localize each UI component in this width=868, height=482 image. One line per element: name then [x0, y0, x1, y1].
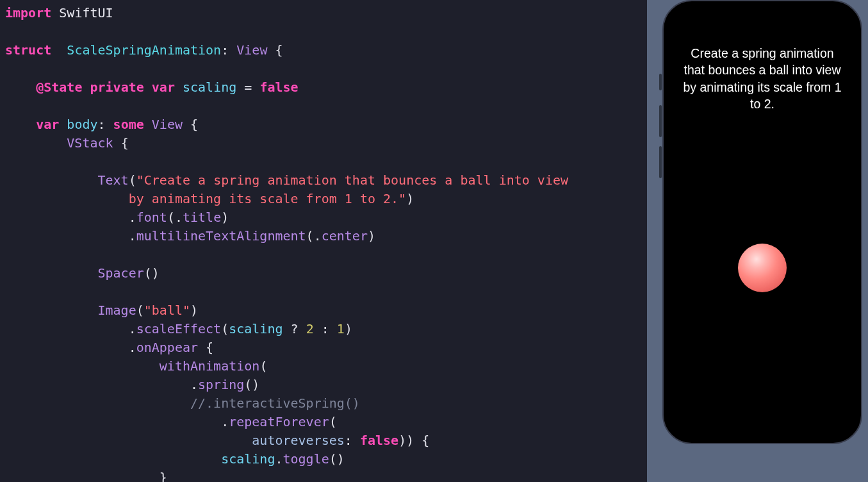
literal-false: false — [259, 79, 298, 95]
expr-scaling: scaling — [221, 451, 275, 467]
phone-simulator[interactable]: Create a spring animation that bounces a… — [662, 0, 862, 444]
module-swiftui: SwiftUI — [59, 5, 113, 21]
preview-ball-area — [664, 112, 861, 443]
type-name: ScaleSpringAnimation — [67, 42, 221, 58]
fn-text: Text — [98, 172, 129, 188]
fn-image: Image — [98, 303, 136, 318]
phone-volume-up-button — [659, 105, 662, 137]
code-editor[interactable]: import SwiftUI struct ScaleSpringAnimati… — [0, 0, 647, 482]
keyword-var: var — [152, 79, 175, 95]
preview-title-text: Create a spring animation that bounces a… — [664, 1, 861, 112]
keyword-import: import — [5, 5, 51, 21]
keyword-private: private — [90, 79, 143, 95]
literal-1: 1 — [337, 321, 345, 337]
mod-on-appear: onAppear — [136, 340, 198, 355]
param-autoreverses: autoreverses — [252, 433, 345, 448]
keyword-var: var — [36, 117, 59, 132]
comment-interactive-spring: //.interactiveSpring() — [190, 395, 360, 411]
enum-title: title — [183, 210, 221, 225]
fn-spacer: Spacer — [98, 265, 144, 281]
type-view: View — [152, 117, 183, 132]
expr-scaling: scaling — [229, 321, 283, 337]
protocol-view: View — [236, 42, 267, 58]
phone-volume-down-button — [659, 146, 662, 178]
fn-spring: spring — [198, 377, 244, 392]
keyword-struct: struct — [5, 42, 51, 58]
prop-body: body — [67, 117, 97, 132]
string-ball: "ball" — [144, 303, 190, 318]
mod-multiline-text-alignment: multilineTextAlignment — [136, 228, 306, 244]
mod-font: font — [136, 210, 167, 225]
string-text-content: "Create a spring animation that bounces … — [5, 172, 568, 206]
keyword-some: some — [113, 117, 144, 132]
ball-image — [738, 244, 787, 292]
literal-2: 2 — [306, 321, 314, 337]
preview-panel: Create a spring animation that bounces a… — [647, 0, 868, 482]
fn-with-animation: withAnimation — [160, 358, 260, 374]
fn-toggle: toggle — [283, 451, 329, 467]
enum-center: center — [322, 228, 368, 244]
fn-repeat-forever: repeatForever — [229, 414, 329, 429]
mod-scale-effect: scaleEffect — [136, 321, 221, 337]
phone-side-button — [659, 74, 662, 90]
literal-false: false — [360, 433, 398, 448]
attr-state: @State — [36, 79, 82, 95]
fn-vstack: VStack — [67, 135, 113, 151]
prop-scaling: scaling — [183, 79, 236, 95]
